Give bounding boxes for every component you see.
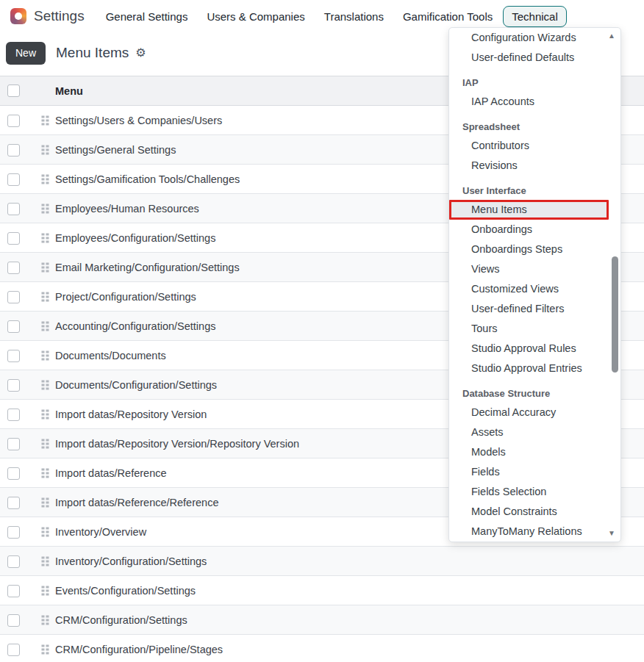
row-checkbox[interactable] xyxy=(7,203,20,215)
dropdown-item-contributors[interactable]: Contributors xyxy=(449,136,620,156)
menu-path: Project/Configuration/Settings xyxy=(55,291,196,303)
odoo-logo-icon[interactable] xyxy=(10,8,26,24)
app-name[interactable]: Settings xyxy=(34,8,85,24)
dropdown-item-fields-selection[interactable]: Fields Selection xyxy=(449,482,620,502)
row-checkbox[interactable] xyxy=(7,262,20,274)
menu-path: Email Marketing/Configuration/Settings xyxy=(55,262,240,273)
dropdown-entries: Configuration WizardsUser-defined Defaul… xyxy=(449,28,620,542)
menu-path: Employees/Human Resources xyxy=(55,203,199,215)
menu-path: CRM/Configuration/Settings xyxy=(55,614,187,626)
dropdown-item-manytomany-relations[interactable]: ManyToMany Relations xyxy=(449,522,620,542)
drag-handle-icon[interactable] xyxy=(40,292,50,302)
select-all-checkbox[interactable] xyxy=(7,84,20,97)
nav-item-gamification-tools[interactable]: Gamification Tools xyxy=(394,6,501,27)
row-checkbox[interactable] xyxy=(7,409,20,421)
row-checkbox[interactable] xyxy=(7,585,20,597)
menu-path: Import datas/Reference xyxy=(55,467,167,479)
gear-icon[interactable]: ⚙ xyxy=(135,47,146,59)
menu-path: Employees/Configuration/Settings xyxy=(55,232,215,244)
drag-handle-icon[interactable] xyxy=(40,556,50,566)
row-checkbox[interactable] xyxy=(7,555,20,568)
row-checkbox[interactable] xyxy=(7,644,20,656)
menu-path: Events/Configuration/Settings xyxy=(55,585,196,597)
table-row[interactable]: Inventory/Configuration/Settings xyxy=(0,547,644,576)
row-checkbox[interactable] xyxy=(7,526,20,539)
new-button[interactable]: New xyxy=(6,42,46,65)
menu-path: Settings/General Settings xyxy=(55,144,176,156)
dropdown-section-user-interface: User Interface xyxy=(449,181,620,200)
row-checkbox[interactable] xyxy=(7,291,20,303)
row-checkbox[interactable] xyxy=(7,320,20,333)
dropdown-item-model-constraints[interactable]: Model Constraints xyxy=(449,502,620,522)
dropdown-item-assets[interactable]: Assets xyxy=(449,422,620,442)
drag-handle-icon[interactable] xyxy=(40,350,50,361)
row-checkbox[interactable] xyxy=(7,379,20,392)
dropdown-item-user-defined-filters[interactable]: User-defined Filters xyxy=(449,299,620,319)
row-checkbox[interactable] xyxy=(7,232,20,245)
menu-path: CRM/Configuration/Pipeline/Stages xyxy=(55,644,223,655)
drag-handle-icon[interactable] xyxy=(40,586,50,596)
dropdown-item-views[interactable]: Views xyxy=(449,259,620,279)
dropdown-item-revisions[interactable]: Revisions xyxy=(449,156,620,176)
nav-item-translations[interactable]: Translations xyxy=(315,6,393,27)
drag-handle-icon[interactable] xyxy=(40,321,50,331)
dropdown-item-tours[interactable]: Tours xyxy=(449,319,620,339)
nav-item-general-settings[interactable]: General Settings xyxy=(97,6,197,27)
drag-handle-icon[interactable] xyxy=(40,174,50,184)
row-checkbox[interactable] xyxy=(7,497,20,509)
dropdown-item-decimal-accuracy[interactable]: Decimal Accuracy xyxy=(449,403,620,422)
dropdown-item-user-defined-defaults[interactable]: User-defined Defaults xyxy=(449,48,620,68)
menu-path: Import datas/Reference/Reference xyxy=(55,497,218,508)
nav-items: General SettingsUsers & CompaniesTransla… xyxy=(96,6,568,27)
menu-path: Inventory/Configuration/Settings xyxy=(55,555,207,567)
page-title: Menu Items xyxy=(56,45,129,61)
dropdown-item-onboardings-steps[interactable]: Onboardings Steps xyxy=(449,240,620,259)
dropdown-item-fields[interactable]: Fields xyxy=(449,462,620,482)
dropdown-section-database-structure: Database Structure xyxy=(449,384,620,403)
dropdown-item-models[interactable]: Models xyxy=(449,442,620,462)
scroll-up-icon[interactable]: ▲ xyxy=(608,32,615,40)
drag-handle-icon[interactable] xyxy=(40,497,50,508)
menu-path: Documents/Documents xyxy=(55,350,166,361)
row-checkbox[interactable] xyxy=(7,438,20,450)
drag-handle-icon[interactable] xyxy=(40,615,50,625)
scroll-down-icon[interactable]: ▼ xyxy=(608,530,615,537)
drag-handle-icon[interactable] xyxy=(40,145,50,155)
dropdown-item-onboardings[interactable]: Onboardings xyxy=(449,220,620,240)
dropdown-item-studio-approval-entries[interactable]: Studio Approval Entries xyxy=(449,359,620,378)
nav-item-users-companies[interactable]: Users & Companies xyxy=(198,6,313,27)
dropdown-item-iap-accounts[interactable]: IAP Accounts xyxy=(449,92,620,112)
drag-handle-icon[interactable] xyxy=(40,439,50,449)
drag-handle-icon[interactable] xyxy=(40,527,50,537)
drag-handle-icon[interactable] xyxy=(40,262,50,273)
table-row[interactable]: CRM/Configuration/Pipeline/Stages xyxy=(0,635,644,662)
menu-path: Accounting/Configuration/Settings xyxy=(55,320,215,332)
nav-item-technical[interactable]: Technical xyxy=(503,6,567,27)
row-checkbox[interactable] xyxy=(7,115,20,127)
menu-path: Inventory/Overview xyxy=(55,526,146,538)
menu-path: Settings/Gamification Tools/Challenges xyxy=(55,173,240,185)
drag-handle-icon[interactable] xyxy=(40,115,50,126)
row-checkbox[interactable] xyxy=(7,144,20,156)
drag-handle-icon[interactable] xyxy=(40,644,50,655)
table-row[interactable]: CRM/Configuration/Settings xyxy=(0,605,644,635)
drag-handle-icon[interactable] xyxy=(40,409,50,420)
drag-handle-icon[interactable] xyxy=(40,233,50,243)
drag-handle-icon[interactable] xyxy=(40,468,50,478)
dropdown-section-spreadsheet: Spreadsheet xyxy=(449,118,620,136)
menu-path: Import datas/Repository Version xyxy=(55,409,207,420)
dropdown-scrollbar-thumb[interactable] xyxy=(612,256,618,373)
menu-path: Settings/Users & Companies/Users xyxy=(55,115,222,126)
row-checkbox[interactable] xyxy=(7,173,20,186)
drag-handle-icon[interactable] xyxy=(40,204,50,214)
row-checkbox[interactable] xyxy=(7,467,20,480)
menu-path: Import datas/Repository Version/Reposito… xyxy=(55,438,299,450)
dropdown-item-menu-items[interactable]: Menu Items xyxy=(449,200,609,220)
dropdown-item-configuration-wizards[interactable]: Configuration Wizards xyxy=(449,28,620,48)
row-checkbox[interactable] xyxy=(7,350,20,362)
row-checkbox[interactable] xyxy=(7,614,20,627)
drag-handle-icon[interactable] xyxy=(40,380,50,390)
dropdown-item-customized-views[interactable]: Customized Views xyxy=(449,279,620,299)
dropdown-item-studio-approval-rules[interactable]: Studio Approval Rules xyxy=(449,339,620,359)
table-row[interactable]: Events/Configuration/Settings xyxy=(0,576,644,605)
